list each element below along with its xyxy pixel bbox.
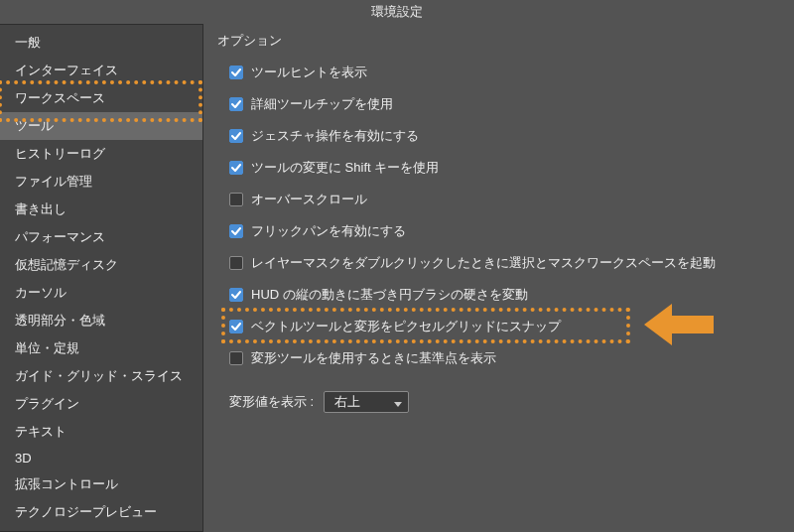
option-checkbox-7[interactable] — [229, 288, 243, 302]
sidebar-item-8[interactable]: 仮想記憶ディスク — [0, 251, 202, 279]
option-label: 詳細ツールチップを使用 — [251, 95, 393, 113]
option-checkbox-5[interactable] — [229, 224, 243, 238]
option-checkbox-9[interactable] — [229, 351, 243, 365]
chevron-down-icon — [394, 395, 402, 410]
sidebar-item-6[interactable]: 書き出し — [0, 196, 202, 223]
option-row-7: HUD の縦の動きに基づき円ブラシの硬さを変動 — [229, 286, 780, 304]
sidebar-item-4[interactable]: ヒストリーログ — [0, 140, 202, 168]
option-checkbox-2[interactable] — [229, 129, 243, 143]
option-row-1: 詳細ツールチップを使用 — [229, 95, 780, 113]
sidebar-item-label: ワークスペース — [15, 90, 105, 105]
sidebar-item-label: ヒストリーログ — [15, 146, 105, 161]
sidebar-item-label: カーソル — [15, 285, 66, 300]
option-label: ジェスチャ操作を有効にする — [251, 127, 419, 145]
sidebar-item-label: ファイル管理 — [15, 174, 92, 189]
transform-display-row: 変形値を表示 : 右上 — [215, 391, 780, 413]
option-row-0: ツールヒントを表示 — [229, 64, 780, 81]
sidebar-item-label: 単位・定規 — [15, 340, 79, 355]
sidebar-item-14[interactable]: テキスト — [0, 418, 202, 446]
sidebar-item-17[interactable]: テクノロジープレビュー — [0, 498, 202, 526]
option-label: HUD の縦の動きに基づき円ブラシの硬さを変動 — [251, 286, 528, 304]
sidebar-item-2[interactable]: ワークスペース — [0, 84, 202, 112]
option-label: フリックパンを有効にする — [251, 222, 406, 240]
option-checkbox-0[interactable] — [229, 66, 243, 79]
sidebar-item-label: 拡張コントロール — [15, 476, 118, 491]
transform-display-dropdown[interactable]: 右上 — [324, 391, 409, 413]
option-label: 変形ツールを使用するときに基準点を表示 — [251, 349, 496, 367]
option-label: ベクトルツールと変形をピクセルグリッドにスナップ — [251, 318, 561, 335]
option-label: ツールの変更に Shift キーを使用 — [251, 159, 439, 177]
content-area: 一般インターフェイスワークスペースツールヒストリーログファイル管理書き出しパフォ… — [0, 24, 794, 532]
sidebar-item-label: プラグイン — [15, 396, 79, 411]
sidebar-item-12[interactable]: ガイド・グリッド・スライス — [0, 362, 202, 390]
sidebar-item-3[interactable]: ツール — [0, 112, 202, 140]
sidebar-item-11[interactable]: 単位・定規 — [0, 334, 202, 362]
option-checkbox-3[interactable] — [229, 161, 243, 175]
window-titlebar: 環境設定 — [0, 0, 794, 24]
options-list: ツールヒントを表示詳細ツールチップを使用ジェスチャ操作を有効にするツールの変更に… — [215, 58, 780, 367]
sidebar-item-label: ガイド・グリッド・スライス — [15, 368, 183, 383]
main-panel: オプション ツールヒントを表示詳細ツールチップを使用ジェスチャ操作を有効にするツ… — [203, 24, 794, 532]
sidebar-item-9[interactable]: カーソル — [0, 279, 202, 307]
option-label: オーバースクロール — [251, 191, 367, 208]
sidebar-item-label: 透明部分・色域 — [15, 313, 105, 328]
option-label: レイヤーマスクをダブルクリックしたときに選択とマスクワークスペースを起動 — [251, 254, 716, 272]
sidebar-item-label: 一般 — [15, 35, 41, 50]
option-row-2: ジェスチャ操作を有効にする — [229, 127, 780, 145]
preferences-sidebar: 一般インターフェイスワークスペースツールヒストリーログファイル管理書き出しパフォ… — [0, 24, 203, 532]
window-title: 環境設定 — [371, 4, 423, 19]
sidebar-item-label: ツール — [15, 118, 54, 133]
sidebar-item-16[interactable]: 拡張コントロール — [0, 470, 202, 498]
option-row-6: レイヤーマスクをダブルクリックしたときに選択とマスクワークスペースを起動 — [229, 254, 780, 272]
option-checkbox-8[interactable] — [229, 320, 243, 333]
option-checkbox-4[interactable] — [229, 193, 243, 206]
options-section-title: オプション — [217, 32, 780, 50]
option-checkbox-1[interactable] — [229, 97, 243, 111]
sidebar-item-label: 3D — [15, 451, 32, 466]
option-checkbox-6[interactable] — [229, 256, 243, 270]
sidebar-item-5[interactable]: ファイル管理 — [0, 168, 202, 196]
sidebar-item-0[interactable]: 一般 — [0, 29, 202, 57]
option-row-8: ベクトルツールと変形をピクセルグリッドにスナップ — [229, 318, 780, 335]
option-label: ツールヒントを表示 — [251, 64, 367, 81]
option-row-4: オーバースクロール — [229, 191, 780, 208]
sidebar-item-15[interactable]: 3D — [0, 446, 202, 470]
sidebar-item-label: テキスト — [15, 424, 66, 439]
sidebar-item-13[interactable]: プラグイン — [0, 390, 202, 418]
sidebar-item-label: パフォーマンス — [15, 229, 105, 244]
option-row-3: ツールの変更に Shift キーを使用 — [229, 159, 780, 177]
sidebar-item-label: インターフェイス — [15, 63, 118, 77]
sidebar-item-label: テクノロジープレビュー — [15, 504, 157, 519]
transform-display-label: 変形値を表示 : — [229, 393, 314, 411]
dropdown-value: 右上 — [334, 393, 360, 411]
option-row-5: フリックパンを有効にする — [229, 222, 780, 240]
sidebar-item-label: 書き出し — [15, 201, 66, 216]
sidebar-item-10[interactable]: 透明部分・色域 — [0, 307, 202, 334]
option-row-9: 変形ツールを使用するときに基準点を表示 — [229, 349, 780, 367]
sidebar-item-7[interactable]: パフォーマンス — [0, 223, 202, 251]
sidebar-item-label: 仮想記憶ディスク — [15, 257, 118, 272]
sidebar-item-1[interactable]: インターフェイス — [0, 57, 202, 84]
